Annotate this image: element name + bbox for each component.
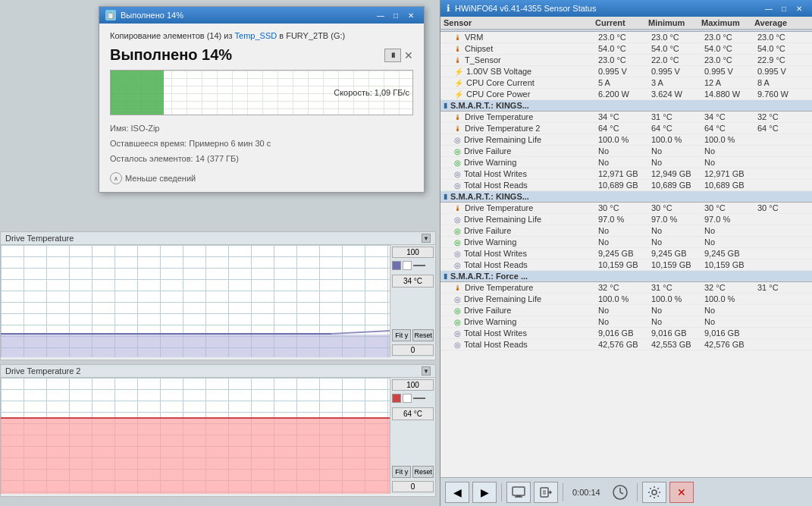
table-row[interactable]: ◎Total Host Writes 9,016 GB 9,016 GB 9,0… — [440, 328, 812, 339]
sensor-current: No — [595, 237, 648, 247]
sensor-maximum — [701, 192, 754, 201]
minimize-button[interactable]: — — [374, 10, 387, 20]
pause-button[interactable]: ⏸ — [384, 49, 401, 62]
sensor-minimum: 23.0 °C — [648, 33, 701, 42]
sensor-minimum: 12,949 GB — [648, 169, 701, 178]
sensor-name: ◎Drive Remaining Life — [444, 135, 595, 144]
sensor-name: ⚡CPU Core Power — [444, 90, 595, 99]
close-small-button[interactable]: ✕ — [404, 49, 413, 61]
svg-rect-0 — [513, 487, 525, 495]
table-row[interactable]: ◎Drive Warning No No No — [440, 157, 812, 168]
maximize-button[interactable]: □ — [389, 10, 403, 20]
table-row[interactable]: ◎Drive Warning No No No — [440, 237, 812, 248]
copy-subtitle-text: Копирование элементов (14) из — [110, 31, 233, 40]
nav-fwd-btn[interactable]: ▶ — [472, 482, 497, 503]
sensor-current: 34 °C — [595, 112, 648, 121]
table-row[interactable]: 🌡T_Sensor 23.0 °C 22.0 °C 23.0 °C 22.9 °… — [440, 55, 812, 66]
copy-dialog-content: Копирование элементов (14) из Temp_SSD в… — [99, 24, 424, 192]
sensor-current: 23.0 °C — [595, 55, 648, 64]
sensor-minimum: No — [648, 317, 701, 326]
sensor-current — [595, 272, 648, 281]
table-row[interactable]: 🌡Drive Temperature 34 °C 31 °C 34 °C 32 … — [440, 112, 812, 123]
details-link[interactable]: ∧ Меньше сведений — [110, 172, 413, 184]
drive-icon: ◎ — [454, 215, 461, 224]
table-row[interactable]: ◎Drive Remaining Life 97.0 % 97.0 % 97.0… — [440, 214, 812, 225]
export-btn[interactable] — [534, 482, 558, 503]
sensor-average — [754, 294, 800, 303]
sensor-name: 🌡VRM — [444, 33, 595, 42]
chart2-color1[interactable] — [392, 394, 401, 403]
table-row[interactable]: 🌡Chipset 54.0 °C 54.0 °C 54.0 °C 54.0 °C — [440, 43, 812, 55]
chart2-fity-btn[interactable]: Fit y — [392, 466, 411, 478]
sensor-average — [754, 146, 800, 156]
sensor-name: ◎Drive Failure — [444, 306, 595, 315]
close-toolbar-btn[interactable]: ✕ — [669, 482, 694, 503]
hwinfo-titlebar-left: ℹ HWiNFO64 v6.41-4355 Sensor Status — [447, 3, 596, 14]
sensor-minimum: 54.0 °C — [648, 44, 701, 53]
sensor-minimum: 42,553 GB — [648, 340, 701, 349]
drive-icon: ◎ — [454, 295, 461, 303]
chart1-graph — [1, 245, 390, 357]
sensor-maximum: No — [701, 306, 754, 315]
sensor-average — [754, 135, 800, 144]
table-row[interactable]: ⚡CPU Core Power 6.200 W 3.624 W 14.880 W… — [440, 89, 812, 100]
table-row[interactable]: ◎Total Host Writes 9,245 GB 9,245 GB 9,2… — [440, 248, 812, 259]
chart1-fity-btn[interactable]: Fit y — [392, 329, 411, 341]
table-row[interactable]: 🌡Drive Temperature 2 64 °C 64 °C 64 °C 6… — [440, 123, 812, 134]
table-row[interactable]: ◎Drive Warning No No No — [440, 316, 812, 328]
sensor-maximum: No — [701, 317, 754, 326]
settings-btn[interactable] — [642, 482, 666, 503]
table-row[interactable]: ◎Drive Failure No No No — [440, 305, 812, 316]
col-current: Current — [595, 18, 648, 27]
chart1-body: 100 34 °C Fit y Reset 0 — [1, 245, 435, 357]
hwinfo-titlebar-controls: — □ ✕ — [762, 3, 806, 14]
sensor-minimum: 10,689 GB — [648, 181, 701, 190]
table-row[interactable]: 🌡Drive Temperature 30 °C 30 °C 30 °C 30 … — [440, 203, 812, 214]
table-row[interactable]: 🌡Drive Temperature 32 °C 31 °C 32 °C 31 … — [440, 282, 812, 294]
copy-dest: в FURY_2TB (G:) — [279, 31, 345, 40]
sensor-average: 30 °C — [754, 203, 800, 212]
table-row[interactable]: ◎Drive Failure No No No — [440, 146, 812, 157]
toolbar-sep-1 — [501, 483, 502, 501]
table-row[interactable]: ◎Drive Failure No No No — [440, 225, 812, 237]
chart1-color2[interactable] — [403, 261, 412, 270]
source-link[interactable]: Temp_SSD — [235, 31, 277, 40]
copy-dialog-titlebar: 📋 Выполнено 14% — □ ✕ — [99, 7, 424, 24]
chart2-scroll[interactable]: ▼ — [422, 366, 431, 376]
table-row[interactable]: ◎Total Host Reads 10,689 GB 10,689 GB 10… — [440, 180, 812, 191]
table-row[interactable]: 🌡VRM 23.0 °C 23.0 °C 23.0 °C 23.0 °C — [440, 32, 812, 43]
titlebar-left: 📋 Выполнено 14% — [105, 10, 183, 20]
name-label: Имя: — [110, 124, 128, 133]
chart1-scroll[interactable]: ▼ — [422, 234, 431, 243]
table-row[interactable]: ◎Drive Remaining Life 100.0 % 100.0 % 10… — [440, 294, 812, 305]
table-row[interactable]: ⚡1.00V SB Voltage 0.995 V 0.995 V 0.995 … — [440, 66, 812, 77]
table-row[interactable]: ◎Total Host Writes 12,971 GB 12,949 GB 1… — [440, 168, 812, 180]
chart1-cur-val: 34 °C — [392, 275, 434, 288]
chart2-color2[interactable] — [403, 394, 412, 403]
table-row[interactable]: ◎Total Host Reads 10,159 GB 10,159 GB 10… — [440, 259, 812, 271]
chart1-color1[interactable] — [392, 261, 401, 270]
sensor-average — [754, 328, 800, 338]
table-row[interactable]: ◎Total Host Reads 42,576 GB 42,553 GB 42… — [440, 339, 812, 350]
table-row[interactable]: ⚡CPU Core Current 5 A 3 A 12 A 8 A — [440, 77, 812, 89]
temp-icon: 🌡 — [454, 124, 462, 133]
toolbar-time: 0:00:14 — [568, 486, 605, 498]
table-row[interactable]: ▮S.M.A.R.T.: KINGS... — [440, 191, 812, 203]
sensor-table-body[interactable]: 🌡VRM 23.0 °C 23.0 °C 23.0 °C 23.0 °C 🌡Ch… — [440, 30, 812, 477]
table-row[interactable]: ◎Drive Remaining Life 100.0 % 100.0 % 10… — [440, 134, 812, 146]
hwinfo-close-btn[interactable]: ✕ — [792, 3, 806, 14]
chart2-reset-btn[interactable]: Reset — [412, 466, 434, 478]
table-row[interactable]: ▮S.M.A.R.T.: Force ... — [440, 271, 812, 282]
close-button[interactable]: ✕ — [404, 10, 418, 20]
clock-svg — [612, 484, 629, 501]
hwinfo-minimize-btn[interactable]: — — [762, 3, 776, 14]
sensor-current: 5 A — [595, 78, 648, 87]
col-average: Average — [754, 18, 800, 27]
chart1-reset-btn[interactable]: Reset — [412, 329, 434, 341]
sensor-average — [754, 226, 800, 235]
hwinfo-maximize-btn[interactable]: □ — [777, 3, 791, 14]
monitor-btn[interactable] — [506, 482, 531, 503]
table-row[interactable]: ▮S.M.A.R.T.: KINGS... — [440, 100, 812, 112]
nav-back-btn[interactable]: ◀ — [445, 482, 469, 503]
sensor-maximum: No — [701, 226, 754, 235]
